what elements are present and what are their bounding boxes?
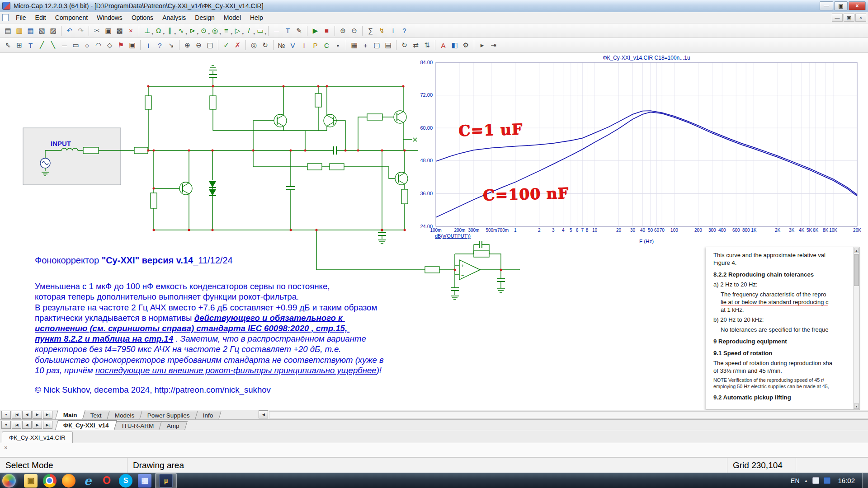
find-icon[interactable]: ◎ xyxy=(248,40,259,51)
wire-mode-icon[interactable]: ╱ xyxy=(36,40,47,51)
repeat-find-icon[interactable]: ↻ xyxy=(259,40,271,51)
start-button[interactable] xyxy=(2,474,16,488)
switch-icon[interactable]: /▾ xyxy=(243,25,255,36)
new-file-icon[interactable]: ▤ xyxy=(2,25,14,36)
page-tab-info[interactable]: Info xyxy=(195,411,221,419)
currents-icon[interactable]: I xyxy=(298,40,310,51)
scroll-down-icon[interactable]: ▼ xyxy=(854,404,859,409)
micro-cap-icon[interactable]: µ xyxy=(159,474,173,488)
tray-expand-icon[interactable]: ▲ xyxy=(804,479,808,483)
circuit-tab-фк-су-xxi-v14[interactable]: ФК_Су-XXI_v14 xyxy=(55,420,117,430)
resistor-icon[interactable]: Ω▾ xyxy=(153,25,164,36)
zoom-in-icon[interactable]: ⊕ xyxy=(337,25,349,36)
cross-hair-icon[interactable]: + xyxy=(360,40,371,51)
tray-update-icon[interactable] xyxy=(824,477,830,484)
delete-icon[interactable]: × xyxy=(125,25,137,36)
document-scrollbar[interactable]: ▲ ▼ xyxy=(853,247,859,409)
scroll-up-icon[interactable]: ▲ xyxy=(854,248,859,253)
drawing-area[interactable]: INPUT xyxy=(0,53,868,410)
page-nav-button-1[interactable]: |◀ xyxy=(12,411,21,419)
circuit-nav-button-0[interactable]: ▾ xyxy=(1,421,11,429)
page-nav-button-0[interactable]: ▾ xyxy=(1,411,11,419)
menu-component[interactable]: Component xyxy=(51,13,92,23)
page-tab-models[interactable]: Models xyxy=(107,411,142,419)
menu-options[interactable]: Options xyxy=(127,13,158,23)
help-mode-icon[interactable]: ? xyxy=(154,40,165,51)
diode-icon[interactable]: ⊳▾ xyxy=(187,25,198,36)
capacitor-icon[interactable]: ∥▾ xyxy=(164,25,175,36)
graphics-icon[interactable]: ✎ xyxy=(293,25,305,36)
wire-icon[interactable]: ─ xyxy=(271,25,282,36)
page-nav-button-3[interactable]: ▶ xyxy=(33,411,42,419)
power-icon[interactable]: P xyxy=(310,40,321,51)
mdi-restore-button[interactable]: ▣ xyxy=(844,14,854,22)
print-preview-icon[interactable]: ▨ xyxy=(47,25,59,36)
enable-region-icon[interactable]: ✓ xyxy=(221,40,232,51)
paste-icon[interactable]: ▩ xyxy=(114,25,125,36)
flag-mode-icon[interactable]: ⚑ xyxy=(115,40,127,51)
ground-icon[interactable]: ⊥▾ xyxy=(142,25,153,36)
explorer-icon[interactable]: ▣ xyxy=(24,474,38,488)
opera-icon[interactable]: O xyxy=(100,474,113,488)
info-mode-icon[interactable]: i xyxy=(143,40,154,51)
border-icon[interactable]: ▢ xyxy=(371,40,382,51)
ellipse-mode-icon[interactable]: ○ xyxy=(81,40,93,51)
close-button[interactable]: × xyxy=(849,1,866,10)
rotate-icon[interactable]: ↻ xyxy=(399,40,410,51)
opamp-icon[interactable]: ▷▾ xyxy=(232,25,243,36)
text-mode-icon[interactable]: T xyxy=(25,40,36,51)
font-icon[interactable]: A xyxy=(438,40,449,51)
inductor-icon[interactable]: ∿▾ xyxy=(175,25,187,36)
component-mode-icon[interactable]: ⊞ xyxy=(14,40,25,51)
voltage-source-icon[interactable]: ◎▾ xyxy=(209,25,221,36)
grid-toggle-icon[interactable]: ▦ xyxy=(349,40,360,51)
polygon-mode-icon[interactable]: ◇ xyxy=(104,40,115,51)
node-numbers-icon[interactable]: № xyxy=(276,40,287,51)
zoom-area-icon[interactable]: ▢ xyxy=(204,40,216,51)
slider-icon[interactable]: ⇥ xyxy=(488,40,499,51)
menu-file[interactable]: File xyxy=(11,13,31,23)
copy-icon[interactable]: ▣ xyxy=(103,25,114,36)
menu-model[interactable]: Model xyxy=(219,13,245,23)
circuit-nav-button-2[interactable]: ◀ xyxy=(22,421,32,429)
language-indicator[interactable]: EN xyxy=(791,477,799,484)
circuit-nav-button-4[interactable]: ▶| xyxy=(43,421,52,429)
internet-explorer-icon[interactable]: e xyxy=(81,474,94,488)
color-icon[interactable]: ◧ xyxy=(449,40,460,51)
point-to-end-icon[interactable]: ↘ xyxy=(165,40,177,51)
node-voltages-icon[interactable]: V xyxy=(287,40,298,51)
firefox-icon[interactable] xyxy=(62,474,75,488)
show-desktop-button[interactable] xyxy=(862,473,868,488)
open-file-icon[interactable]: ▥ xyxy=(14,25,25,36)
page-tab-text[interactable]: Text xyxy=(82,411,109,419)
pin-connections-icon[interactable]: • xyxy=(332,40,344,51)
cut-icon[interactable]: ✂ xyxy=(91,25,103,36)
attributes-icon[interactable]: ⚙ xyxy=(460,40,472,51)
scrollbar-thumb[interactable] xyxy=(854,254,859,286)
page-nav-button-4[interactable]: ▶| xyxy=(43,411,52,419)
circuit-nav-button-3[interactable]: ▶ xyxy=(33,421,42,429)
minimize-button[interactable]: — xyxy=(820,1,833,10)
undo-icon[interactable]: ↶ xyxy=(64,25,75,36)
circuit-tab-itu-r-arm[interactable]: ITU-R-ARM xyxy=(114,421,162,430)
zoom-in-icon[interactable]: ⊕ xyxy=(182,40,193,51)
stop-analysis-icon[interactable]: ■ xyxy=(321,25,332,36)
circuit-nav-button-1[interactable]: |◀ xyxy=(12,421,21,429)
battery-icon[interactable]: ≡▾ xyxy=(221,25,232,36)
disable-region-icon[interactable]: ✗ xyxy=(232,40,243,51)
redo-icon[interactable]: ↷ xyxy=(75,25,86,36)
page-tab-main[interactable]: Main xyxy=(55,410,85,419)
rectangle-mode-icon[interactable]: ▭ xyxy=(70,40,81,51)
file-tab[interactable]: ФК_Су-XXI_v14.CIR xyxy=(2,432,73,443)
circuit-tab-amp[interactable]: Amp xyxy=(159,421,188,430)
dock-close-icon[interactable]: × xyxy=(4,444,8,451)
mdi-minimize-button[interactable]: — xyxy=(832,14,843,22)
mirror-y-icon[interactable]: ⇅ xyxy=(421,40,433,51)
calculator-icon[interactable]: ∑ xyxy=(365,25,376,36)
menu-edit[interactable]: Edit xyxy=(31,13,51,23)
save-tool-icon[interactable]: ▦ xyxy=(138,474,151,488)
mirror-x-icon[interactable]: ⇄ xyxy=(410,40,421,51)
skype-icon[interactable]: S xyxy=(119,474,132,488)
transistor-icon[interactable]: ⊙▾ xyxy=(198,25,209,36)
select-mode-icon[interactable]: ⇖ xyxy=(2,40,14,51)
